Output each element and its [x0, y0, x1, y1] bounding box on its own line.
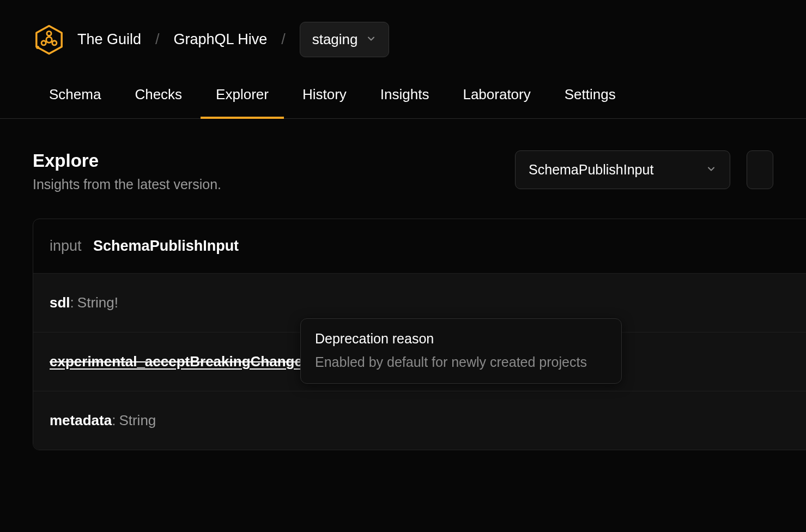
field-name: metadata — [50, 412, 112, 429]
schema-field-row[interactable]: experimental_acceptBreakingChanges: Depr… — [33, 332, 806, 391]
field-name: sdl — [50, 294, 70, 311]
chevron-down-icon — [366, 31, 377, 48]
tab-bar: Schema Checks Explorer History Insights … — [0, 71, 806, 119]
schema-panel-body: sdl: String! experimental_acceptBreaking… — [33, 273, 806, 450]
field-colon: : — [70, 294, 74, 311]
type-selector-value: SchemaPublishInput — [529, 162, 653, 178]
environment-label: staging — [312, 31, 358, 48]
extra-button[interactable] — [747, 150, 773, 189]
breadcrumb: The Guild / GraphQL Hive / staging — [77, 22, 389, 57]
page-heading-row: Explore Insights from the latest version… — [0, 119, 806, 192]
svg-line-6 — [52, 41, 53, 41]
tab-explorer[interactable]: Explorer — [216, 86, 269, 118]
breadcrumb-project[interactable]: GraphQL Hive — [174, 31, 268, 48]
page-subtitle: Insights from the latest version. — [33, 177, 221, 192]
breadcrumb-separator: / — [155, 31, 160, 48]
tab-checks[interactable]: Checks — [135, 86, 182, 118]
deprecation-tooltip: Deprecation reason Enabled by default fo… — [300, 318, 622, 384]
tab-settings[interactable]: Settings — [565, 86, 616, 118]
field-colon: : — [112, 412, 116, 429]
svg-point-8 — [36, 46, 39, 49]
svg-marker-0 — [37, 26, 62, 53]
hive-logo-icon — [33, 23, 65, 56]
field-type: String! — [77, 294, 118, 311]
page-heading-text: Explore Insights from the latest version… — [33, 150, 221, 192]
breadcrumb-org[interactable]: The Guild — [77, 31, 141, 48]
chevron-down-icon — [706, 162, 717, 178]
tab-history[interactable]: History — [302, 86, 347, 118]
environment-selector[interactable]: staging — [300, 22, 389, 57]
svg-point-1 — [46, 37, 52, 42]
page-title: Explore — [33, 150, 221, 171]
tab-schema[interactable]: Schema — [49, 86, 101, 118]
schema-keyword: input — [50, 238, 82, 254]
tooltip-title: Deprecation reason — [315, 331, 607, 347]
tooltip-body: Enabled by default for newly created pro… — [315, 354, 607, 370]
svg-line-7 — [46, 41, 47, 41]
field-type: String — [119, 412, 156, 429]
schema-type-name: SchemaPublishInput — [93, 238, 239, 254]
page-heading-controls: SchemaPublishInput — [515, 150, 773, 189]
type-selector[interactable]: SchemaPublishInput — [515, 150, 730, 189]
schema-panel: input SchemaPublishInput sdl: String! ex… — [33, 219, 806, 450]
tab-laboratory[interactable]: Laboratory — [463, 86, 530, 118]
breadcrumb-separator: / — [281, 31, 286, 48]
header: The Guild / GraphQL Hive / staging — [0, 0, 806, 71]
field-name-deprecated: experimental_acceptBreakingChanges — [50, 353, 310, 370]
schema-panel-header: input SchemaPublishInput — [33, 219, 806, 273]
svg-point-2 — [47, 31, 51, 35]
tab-insights[interactable]: Insights — [380, 86, 429, 118]
schema-field-row[interactable]: metadata: String — [33, 391, 806, 450]
